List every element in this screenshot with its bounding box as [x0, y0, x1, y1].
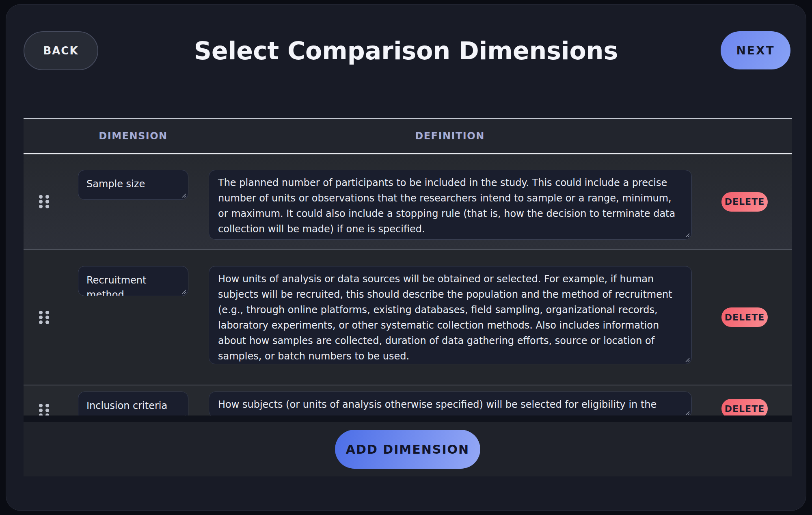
definition-cell: How subjects (or units of analysis other… [202, 385, 698, 416]
dimension-input[interactable]: Sample size [78, 170, 188, 200]
drag-handle-icon[interactable] [39, 404, 49, 416]
footer-bar: ADD DIMENSION [24, 422, 792, 476]
column-header-dimension: DIMENSION [64, 130, 202, 142]
definition-cell: How units of analysis or data sources wi… [202, 250, 698, 385]
resize-handle-icon[interactable] [180, 191, 186, 198]
table-row: Inclusion criteria How subjects (or unit… [24, 385, 792, 416]
add-dimension-button[interactable]: ADD DIMENSION [335, 430, 480, 469]
definition-input[interactable]: How units of analysis or data sources wi… [209, 266, 692, 364]
resize-handle-icon[interactable] [683, 231, 690, 238]
page-title: Select Comparison Dimensions [6, 31, 806, 70]
dialog-panel: BACK Select Comparison Dimensions NEXT D… [6, 4, 806, 511]
actions-cell: DELETE [698, 385, 792, 416]
dimension-input[interactable]: Inclusion criteria [78, 392, 188, 416]
next-button[interactable]: NEXT [721, 31, 790, 69]
definition-input[interactable]: The planned number of participants to be… [209, 170, 692, 240]
app-background: BACK Select Comparison Dimensions NEXT D… [0, 0, 812, 515]
table-row: Sample size The planned number of partic… [24, 154, 792, 249]
resize-handle-icon[interactable] [683, 409, 690, 415]
dimension-cell: Sample size [64, 154, 202, 249]
dimensions-table: DIMENSION DEFINITION Sample size The pla… [24, 118, 792, 416]
table-row: Recruitment method How units of analysis… [24, 249, 792, 385]
drag-handle-icon[interactable] [39, 311, 49, 324]
delete-row-button[interactable]: DELETE [721, 399, 768, 416]
dimension-cell: Inclusion criteria [64, 385, 202, 416]
definition-input[interactable]: How subjects (or units of analysis other… [209, 392, 692, 416]
actions-cell: DELETE [698, 250, 792, 385]
handle-cell [24, 250, 64, 385]
definition-cell: The planned number of participants to be… [202, 154, 698, 249]
resize-handle-icon[interactable] [180, 288, 186, 294]
handle-cell [24, 154, 64, 249]
table-footer-divider [24, 415, 792, 422]
handle-cell [24, 385, 64, 416]
delete-row-button[interactable]: DELETE [721, 307, 768, 327]
actions-cell: DELETE [698, 154, 792, 249]
table-header-row: DIMENSION DEFINITION [24, 119, 792, 154]
column-header-definition: DEFINITION [202, 130, 698, 142]
dimension-input[interactable]: Recruitment method [78, 266, 188, 296]
delete-row-button[interactable]: DELETE [721, 192, 768, 212]
dimension-cell: Recruitment method [64, 250, 202, 385]
drag-handle-icon[interactable] [39, 195, 49, 208]
resize-handle-icon[interactable] [683, 356, 690, 362]
